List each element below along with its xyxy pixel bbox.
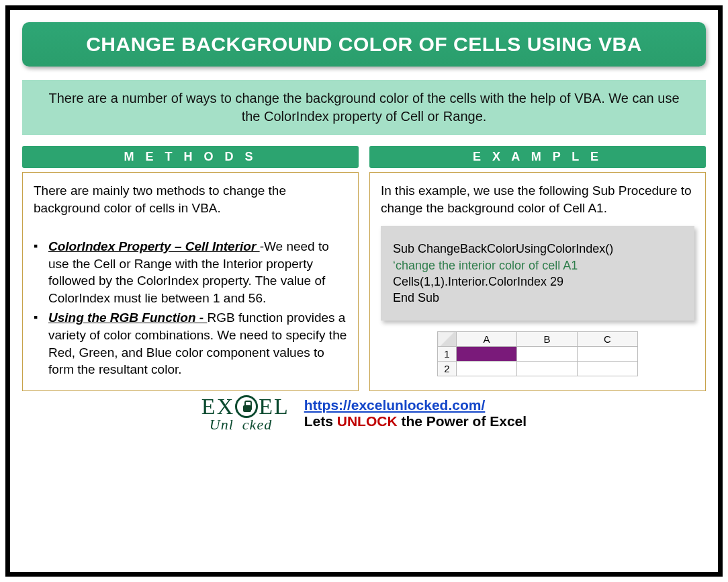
grid-cell bbox=[578, 347, 638, 362]
page-title: CHANGE BACKGROUND COLOR OF CELLS USING V… bbox=[22, 22, 706, 67]
tagline-post: the Power of Excel bbox=[398, 413, 527, 429]
methods-lead: There are mainly two methods to change t… bbox=[34, 182, 347, 216]
grid-cell bbox=[457, 362, 517, 376]
footer: EXEL Unl cked https://excelunlocked.com/… bbox=[22, 395, 706, 431]
methods-body: There are mainly two methods to change t… bbox=[22, 172, 359, 391]
code-line: End Sub bbox=[393, 290, 682, 306]
methods-item: ColorIndex Property – Cell Interior -We … bbox=[48, 238, 347, 307]
grid-col-header: B bbox=[517, 332, 578, 347]
code-line: Sub ChangeBackColorUsingColorIndex() bbox=[393, 241, 682, 257]
example-column: E X A M P L E In this example, we use th… bbox=[369, 146, 706, 391]
grid-cell-a1 bbox=[457, 347, 517, 362]
example-lead: In this example, we use the following Su… bbox=[381, 182, 694, 216]
document-frame: CHANGE BACKGROUND COLOR OF CELLS USING V… bbox=[5, 5, 723, 577]
grid-row-header: 1 bbox=[438, 347, 457, 362]
logo-top: EXEL bbox=[201, 395, 289, 418]
grid-col-header: A bbox=[457, 332, 517, 347]
example-body: In this example, we use the following Su… bbox=[369, 172, 706, 391]
methods-term: Using the RGB Function - bbox=[48, 310, 207, 325]
footer-link[interactable]: https://excelunlocked.com/ bbox=[304, 397, 486, 413]
methods-term: ColorIndex Property – Cell Interior bbox=[48, 239, 260, 253]
logo-bottom: Unl cked bbox=[210, 418, 289, 431]
methods-column: M E T H O D S There are mainly two metho… bbox=[22, 146, 359, 391]
tagline-emphasis: UNLOCK bbox=[337, 413, 398, 429]
example-heading: E X A M P L E bbox=[369, 146, 706, 168]
lock-icon bbox=[235, 395, 258, 418]
footer-text: https://excelunlocked.com/ Lets UNLOCK t… bbox=[304, 397, 527, 429]
grid-cell bbox=[578, 362, 638, 376]
grid-cell bbox=[517, 362, 578, 376]
grid-col-header: C bbox=[578, 332, 638, 347]
brand-logo: EXEL Unl cked bbox=[201, 395, 289, 431]
result-grid: A B C 1 2 bbox=[437, 331, 638, 376]
grid-corner bbox=[438, 332, 457, 347]
code-comment-line: ‘change the interior color of cell A1 bbox=[393, 257, 682, 274]
intro-text: There are a number of ways to change the… bbox=[22, 80, 706, 135]
code-line: Cells(1,1).Interior.ColorIndex 29 bbox=[393, 274, 682, 290]
methods-list: ColorIndex Property – Cell Interior -We … bbox=[34, 238, 347, 378]
methods-item: Using the RGB Function - RGB function pr… bbox=[48, 309, 347, 378]
grid-cell bbox=[517, 347, 578, 362]
tagline-pre: Lets bbox=[304, 413, 337, 429]
code-box: Sub ChangeBackColorUsingColorIndex() ‘ch… bbox=[381, 226, 694, 321]
methods-heading: M E T H O D S bbox=[22, 146, 359, 168]
columns-row: M E T H O D S There are mainly two metho… bbox=[22, 146, 706, 391]
grid-row-header: 2 bbox=[438, 362, 457, 376]
